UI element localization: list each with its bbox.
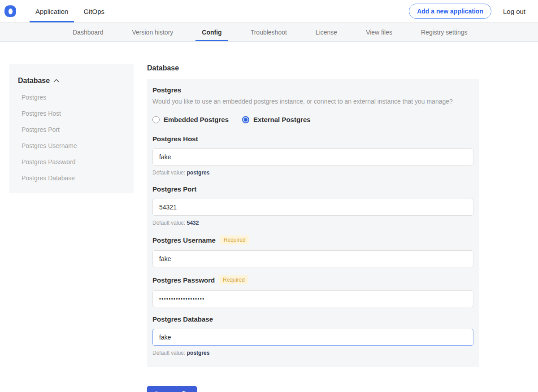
config-sidebar: Database Postgres Postgres Host Postgres… (9, 64, 134, 193)
sidebar-item-postgres-password[interactable]: Postgres Password (18, 158, 125, 166)
add-new-application-button[interactable]: Add a new application (409, 4, 491, 19)
field-postgres-username: Postgres Username Required (152, 235, 473, 267)
field-postgres-password: Postgres Password Required (152, 275, 473, 307)
subnav-config[interactable]: Config (195, 23, 228, 41)
default-value-line: Default value: postgres (152, 350, 473, 356)
config-content: Database Postgres Would you like to use … (147, 64, 479, 392)
logo-hole (9, 9, 13, 14)
field-postgres-port: Postgres Port Default value: 5432 (152, 185, 473, 226)
required-badge: Required (220, 235, 249, 244)
radio-embedded-postgres[interactable]: Embedded Postgres (152, 116, 229, 123)
app-subnav: Dashboard Version history Config Trouble… (0, 23, 538, 42)
config-group-card: Postgres Would you like to use an embedd… (147, 79, 479, 367)
sidebar-group-database[interactable]: Database (18, 77, 125, 85)
subnav-registry-settings[interactable]: Registry settings (415, 23, 473, 41)
sidebar-group-label: Database (18, 77, 50, 85)
postgres-database-input[interactable] (152, 329, 473, 346)
subnav-troubleshoot[interactable]: Troubleshoot (244, 23, 293, 41)
sidebar-item-postgres-host[interactable]: Postgres Host (18, 110, 125, 117)
default-value: postgres (187, 170, 210, 176)
radio-selected-icon (242, 116, 249, 123)
subnav-dashboard[interactable]: Dashboard (66, 23, 110, 41)
postgres-password-input[interactable] (152, 290, 473, 307)
postgres-port-input[interactable] (152, 199, 473, 216)
logo-wrap (4, 0, 16, 22)
field-label: Postgres Password (152, 276, 215, 284)
subnav-version-history[interactable]: Version history (126, 23, 180, 41)
page-title: Database (147, 64, 479, 72)
field-label: Postgres Username (152, 236, 216, 244)
chevron-up-icon (53, 79, 59, 83)
default-value: postgres (187, 350, 210, 356)
subnav-license[interactable]: License (309, 23, 343, 41)
logout-link[interactable]: Log out (503, 8, 525, 15)
group-title-postgres: Postgres (152, 86, 473, 94)
sidebar-item-postgres[interactable]: Postgres (18, 94, 125, 101)
field-label: Postgres Database (152, 315, 213, 323)
field-label: Postgres Host (152, 135, 198, 143)
radio-external-label: External Postgres (253, 116, 311, 123)
sidebar-item-postgres-username[interactable]: Postgres Username (18, 142, 125, 149)
sidebar-item-list: Postgres Postgres Host Postgres Port Pos… (18, 94, 125, 182)
subnav-view-files[interactable]: View files (360, 23, 399, 41)
postgres-host-input[interactable] (152, 148, 473, 166)
replicated-logo-icon (4, 5, 16, 17)
postgres-radio-group: Embedded Postgres External Postgres (152, 116, 473, 123)
top-nav: Application GitOps Add a new application… (0, 0, 538, 23)
field-postgres-database: Postgres Database Default value: postgre… (152, 315, 473, 356)
radio-unselected-icon (152, 116, 160, 123)
field-label: Postgres Port (152, 185, 196, 193)
postgres-username-input[interactable] (152, 250, 473, 267)
top-right: Add a new application Log out (409, 0, 525, 22)
field-postgres-host: Postgres Host Default value: postgres (152, 135, 473, 176)
default-value: 5432 (187, 220, 199, 226)
radio-external-postgres[interactable]: External Postgres (242, 116, 311, 123)
tab-application[interactable]: Application (30, 0, 74, 22)
group-help-text: Would you like to use an embedded postgr… (152, 98, 473, 105)
tab-gitops[interactable]: GitOps (78, 0, 110, 22)
sidebar-item-postgres-port[interactable]: Postgres Port (18, 126, 125, 133)
save-config-button[interactable]: Save config (147, 386, 197, 392)
sidebar-item-postgres-database[interactable]: Postgres Database (18, 174, 125, 182)
main-area: Database Postgres Postgres Host Postgres… (0, 42, 538, 392)
default-value-line: Default value: 5432 (152, 220, 473, 226)
required-badge: Required (219, 275, 248, 284)
radio-embedded-label: Embedded Postgres (164, 116, 229, 123)
top-tabs: Application GitOps (30, 0, 114, 22)
default-value-line: Default value: postgres (152, 170, 473, 176)
